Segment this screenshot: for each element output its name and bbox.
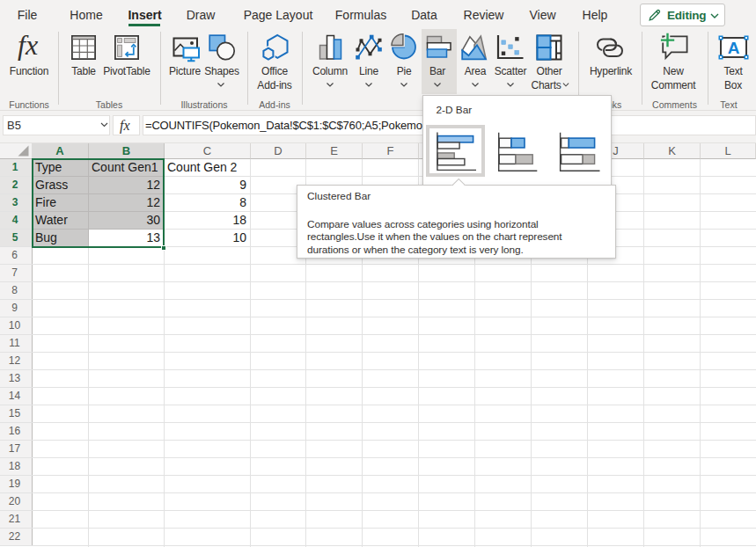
svg-text:fx: fx bbox=[18, 29, 38, 61]
svg-text:A: A bbox=[728, 39, 740, 57]
svg-text:fx: fx bbox=[120, 118, 130, 134]
